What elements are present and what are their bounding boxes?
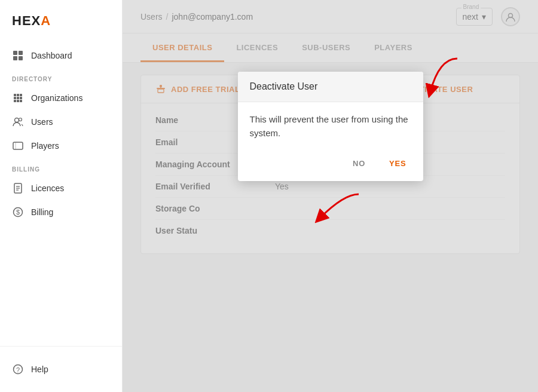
- licences-label: Licences: [31, 183, 64, 193]
- dialog-yes-button[interactable]: YES: [382, 154, 413, 173]
- organizations-icon: [12, 92, 24, 104]
- svg-rect-9: [20, 97, 22, 99]
- directory-section-label: DIRECTORY: [0, 68, 122, 86]
- dialog-title: Deactivate User: [238, 72, 423, 102]
- help-label: Help: [31, 365, 48, 374]
- svg-rect-0: [13, 51, 17, 55]
- modal-overlay[interactable]: Deactivate User This will prevent the us…: [123, 0, 538, 392]
- logo: HEXA: [0, 0, 122, 41]
- svg-rect-4: [14, 94, 16, 96]
- dialog-body: This will prevent the user from using th…: [238, 102, 423, 154]
- help-icon: ?: [12, 363, 24, 375]
- dashboard-icon: [12, 50, 24, 62]
- svg-rect-1: [19, 51, 23, 55]
- svg-rect-7: [14, 97, 16, 99]
- svg-rect-10: [14, 100, 16, 102]
- organizations-label: Organizations: [31, 93, 82, 103]
- svg-rect-5: [17, 94, 19, 96]
- svg-rect-15: [13, 142, 23, 149]
- licences-icon: [12, 182, 24, 194]
- svg-rect-2: [13, 56, 17, 60]
- svg-rect-11: [17, 100, 19, 102]
- billing-section-label: BILLING: [0, 158, 122, 176]
- sidebar-item-licences[interactable]: Licences: [0, 176, 122, 200]
- logo-orange: A: [41, 13, 51, 28]
- svg-point-13: [15, 118, 19, 122]
- billing-label: Billing: [31, 207, 53, 217]
- sidebar-item-dashboard[interactable]: Dashboard: [0, 44, 122, 68]
- dialog-no-button[interactable]: NO: [346, 154, 372, 173]
- sidebar: HEXA Dashboard DIRECTORY: [0, 0, 123, 392]
- sidebar-nav: Dashboard DIRECTORY Organizations: [0, 41, 122, 346]
- svg-point-14: [19, 118, 22, 121]
- deactivate-dialog: Deactivate User This will prevent the us…: [238, 72, 423, 181]
- main-content: Users / john@company1.com Brand next ▾: [123, 0, 538, 392]
- sidebar-item-players[interactable]: Players: [0, 134, 122, 158]
- users-label: Users: [31, 117, 53, 127]
- sidebar-item-users[interactable]: Users: [0, 110, 122, 134]
- sidebar-footer: ? Help: [0, 346, 122, 392]
- dialog-footer: NO YES: [238, 154, 423, 181]
- users-icon: [12, 116, 24, 128]
- svg-text:$: $: [16, 209, 20, 216]
- svg-rect-6: [20, 94, 22, 96]
- sidebar-item-billing[interactable]: $ Billing: [0, 200, 122, 224]
- svg-rect-12: [20, 100, 22, 102]
- svg-rect-3: [19, 56, 23, 60]
- players-icon: [12, 140, 24, 152]
- billing-icon: $: [12, 206, 24, 218]
- dashboard-label: Dashboard: [31, 51, 72, 60]
- svg-text:?: ?: [16, 366, 20, 373]
- sidebar-item-organizations[interactable]: Organizations: [0, 86, 122, 110]
- players-label: Players: [31, 141, 59, 151]
- arrow-yes: [308, 188, 362, 224]
- svg-rect-8: [17, 97, 19, 99]
- sidebar-item-help[interactable]: ? Help: [12, 359, 110, 380]
